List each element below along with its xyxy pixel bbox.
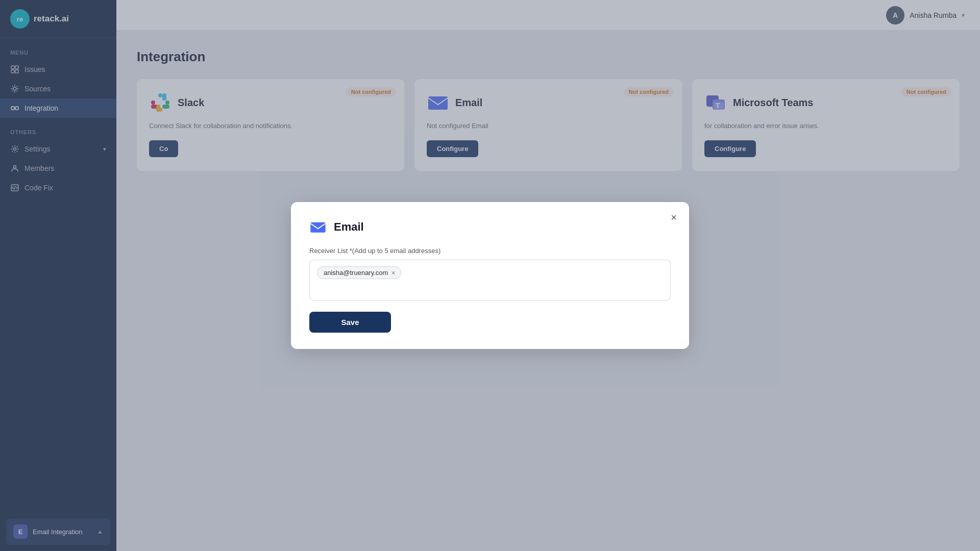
modal-close-button[interactable]: × — [671, 212, 677, 222]
email-tag: anisha@truenary.com × — [317, 266, 401, 279]
modal-save-button[interactable]: Save — [309, 312, 391, 333]
modal-title: Email — [334, 220, 364, 234]
modal-header: Email — [309, 218, 671, 236]
modal-receiver-label: Receiver List *(Add up to 5 email addres… — [309, 247, 671, 255]
modal-overlay[interactable]: Email × Receiver List *(Add up to 5 emai… — [0, 0, 980, 551]
email-modal: Email × Receiver List *(Add up to 5 emai… — [291, 202, 689, 349]
modal-email-icon — [309, 218, 327, 236]
svg-rect-27 — [310, 222, 325, 233]
modal-email-input-area[interactable]: anisha@truenary.com × — [309, 260, 671, 300]
email-tag-text: anisha@truenary.com — [324, 269, 388, 277]
email-tag-remove-button[interactable]: × — [391, 269, 395, 277]
